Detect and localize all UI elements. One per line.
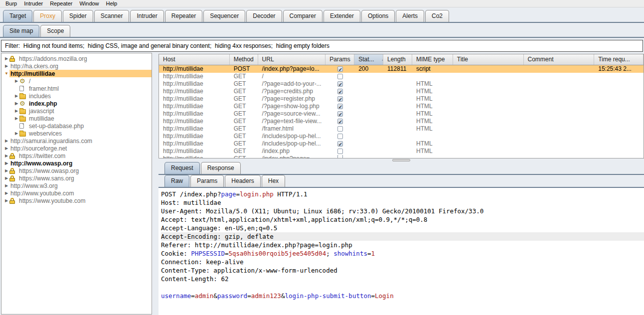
tree-item-item[interactable]: ▶⚙/: [1, 77, 152, 85]
tree-item-http-www-youtube-com[interactable]: ▶http://www.youtube.com: [1, 189, 152, 197]
subtab-site-map[interactable]: Site map: [3, 25, 39, 37]
expand-arrow-icon[interactable]: ▶: [3, 139, 9, 143]
params-checkbox[interactable]: [337, 126, 343, 132]
expand-arrow-icon[interactable]: ▶: [3, 64, 9, 68]
subtab-scope[interactable]: Scope: [40, 25, 70, 37]
expand-arrow-icon[interactable]: ▶: [3, 161, 9, 165]
params-checkbox[interactable]: [337, 66, 343, 72]
menu-repeater[interactable]: Repeater: [46, 0, 76, 6]
table-row[interactable]: http://mutillidaeGET/?page=show-log.phpH…: [159, 103, 644, 110]
column-header-url[interactable]: URL: [258, 54, 326, 65]
collapse-arrow-icon[interactable]: ▼: [3, 71, 9, 76]
expand-arrow-icon[interactable]: ▶: [13, 116, 19, 121]
viewtab-headers[interactable]: Headers: [225, 175, 260, 187]
column-header-title[interactable]: Title: [453, 54, 524, 65]
tab-options[interactable]: Options: [361, 10, 395, 22]
table-row[interactable]: http://mutillidaeGET/framer.htmlHTML: [159, 125, 644, 133]
menu-window[interactable]: Window: [76, 0, 102, 6]
tree-item-https-www-owasp-org[interactable]: ▶https://www.owasp.org: [1, 167, 152, 174]
params-checkbox[interactable]: [337, 119, 343, 124]
expand-arrow-icon[interactable]: ▶: [13, 79, 19, 83]
request-editor[interactable]: POST /index.php?page=login.php HTTP/1.1H…: [159, 188, 644, 315]
params-checkbox[interactable]: [337, 89, 343, 94]
filter-bar[interactable]: Filter: Hiding not found items; hiding C…: [1, 40, 643, 52]
table-row[interactable]: http://mutillidaeGET/index.phpHTML: [159, 148, 644, 155]
params-checkbox[interactable]: [337, 149, 343, 154]
tree-item-http-ha-ckers-org[interactable]: ▶http://ha.ckers.org: [1, 62, 152, 70]
column-header-host[interactable]: Host: [159, 54, 230, 65]
expand-arrow-icon[interactable]: ▶: [3, 183, 9, 188]
expand-arrow-icon[interactable]: ▶: [3, 191, 9, 195]
viewtab-hex[interactable]: Hex: [262, 175, 285, 187]
tab-spider[interactable]: Spider: [63, 10, 93, 22]
tree-item-http-mutillidae[interactable]: ▼http://mutillidae: [1, 70, 152, 77]
tab-repeater[interactable]: Repeater: [165, 10, 202, 22]
menu-intruder[interactable]: Intruder: [20, 0, 46, 6]
tab-intruder[interactable]: Intruder: [130, 10, 163, 22]
tab-proxy[interactable]: Proxy: [33, 10, 62, 22]
table-row[interactable]: http://mutillidaePOST/index.php?page=lo.…: [159, 65, 644, 73]
tab-decoder[interactable]: Decoder: [246, 10, 282, 22]
tab-alerts[interactable]: Alerts: [396, 10, 424, 22]
table-row[interactable]: http://mutillidaeGET/includes/pop-up-hel…: [159, 133, 644, 140]
tree-item-framer-html[interactable]: framer.html: [1, 85, 152, 92]
tree-item-http-www-owasp-org[interactable]: ▶http://www.owasp.org: [1, 159, 152, 167]
tab-scanner[interactable]: Scanner: [94, 10, 130, 22]
expand-arrow-icon[interactable]: ▶: [3, 154, 9, 158]
table-row[interactable]: http://mutillidaeGET/?page=text-file-vie…: [159, 118, 644, 125]
expand-arrow-icon[interactable]: ▶: [13, 109, 19, 113]
menu-help[interactable]: Help: [103, 0, 121, 6]
tree-item-javascript[interactable]: ▶javascript: [1, 107, 152, 115]
tree-item-http-samurai-inguardians-com[interactable]: ▶http://samurai.inguardians.com: [1, 137, 152, 145]
params-checkbox[interactable]: [337, 74, 343, 79]
msgtab-request[interactable]: Request: [164, 162, 200, 174]
tab-co2[interactable]: Co2: [425, 10, 449, 22]
table-row[interactable]: http://mutillidaeGET/?page=credits.phpHT…: [159, 88, 644, 95]
params-checkbox[interactable]: [337, 96, 343, 102]
params-checkbox[interactable]: [337, 155, 343, 158]
viewtab-params[interactable]: Params: [190, 175, 224, 187]
tree-item-webservices[interactable]: ▶webservices: [1, 130, 152, 137]
params-checkbox[interactable]: [337, 134, 343, 139]
msgtab-response[interactable]: Response: [201, 162, 241, 174]
table-row[interactable]: http://mutillidaeGET/?page=register.phpH…: [159, 95, 644, 103]
column-header-length[interactable]: Length: [383, 54, 412, 65]
tree-item-http-sourceforge-net[interactable]: ▶http://sourceforge.net: [1, 145, 152, 152]
tree-item-https-addons-mozilla-org[interactable]: ▶https://addons.mozilla.org: [1, 55, 152, 62]
tab-sequencer[interactable]: Sequencer: [203, 10, 245, 22]
expand-arrow-icon[interactable]: ▶: [3, 146, 9, 151]
table-row[interactable]: http://mutillidaeGET/index.php?page=...: [159, 155, 644, 158]
column-header-mime-type[interactable]: MIME type: [412, 54, 453, 65]
params-checkbox[interactable]: [337, 111, 343, 117]
tree-item-https-www-sans-org[interactable]: ▶https://www.sans.org: [1, 174, 152, 182]
column-header-stat[interactable]: Stat...▲: [354, 54, 383, 65]
tab-target[interactable]: Target: [3, 10, 32, 22]
tree-item-http-www-w3-org[interactable]: ▶http://www.w3.org: [1, 182, 152, 189]
expand-arrow-icon[interactable]: ▶: [13, 101, 19, 106]
tree-item-set-up-database-php[interactable]: set-up-database.php: [1, 122, 152, 130]
table-row[interactable]: http://mutillidaeGET/includes/pop-up-hel…: [159, 140, 644, 148]
column-header-method[interactable]: Method: [230, 54, 258, 65]
expand-arrow-icon[interactable]: ▶: [13, 131, 19, 136]
expand-arrow-icon[interactable]: ▶: [3, 168, 9, 173]
column-header-params[interactable]: Params: [325, 54, 354, 65]
params-checkbox[interactable]: [337, 81, 343, 87]
tab-extender[interactable]: Extender: [323, 10, 360, 22]
expand-arrow-icon[interactable]: ▶: [13, 94, 19, 98]
viewtab-raw[interactable]: Raw: [164, 175, 189, 187]
tree-item-mutillidae[interactable]: ▶mutillidae: [1, 115, 152, 122]
params-checkbox[interactable]: [337, 104, 343, 109]
tree-item-https-www-youtube-com[interactable]: ▶https://www.youtube.com: [1, 197, 152, 204]
tree-item-includes[interactable]: ▶includes: [1, 92, 152, 100]
table-row[interactable]: http://mutillidaeGET/?page=add-to-your-.…: [159, 80, 644, 88]
table-row[interactable]: http://mutillidaeGET/?page=source-view..…: [159, 110, 644, 118]
column-header-comment[interactable]: Comment: [524, 54, 595, 65]
column-header-time-requ[interactable]: Time requ...: [594, 54, 644, 65]
table-row[interactable]: http://mutillidaeGET/: [159, 73, 644, 80]
tree-item-https-twitter-com[interactable]: ▶https://twitter.com: [1, 152, 152, 159]
menu-burp[interactable]: Burp: [2, 0, 20, 6]
expand-arrow-icon[interactable]: ▶: [3, 176, 9, 180]
splitter-grip[interactable]: [392, 159, 410, 161]
tree-item-index-php[interactable]: ▶⚙index.php: [1, 100, 152, 107]
params-checkbox[interactable]: [337, 141, 343, 147]
